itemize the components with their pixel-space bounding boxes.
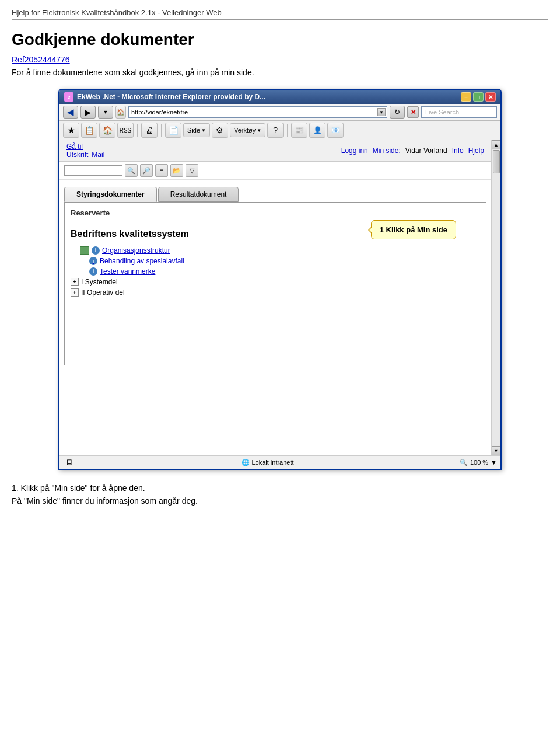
tree-item-systemdel[interactable]: + I Systemdel	[71, 277, 480, 287]
address-text: http://vidar/eknet/tre	[131, 109, 188, 116]
browser-icon: e	[64, 92, 74, 102]
info-icon-organisasjonsstruktur: i	[92, 246, 100, 255]
ie-toolbar: ★ 📋 🏠 RSS 🖨 📄 Side ▼ ⚙ Verktøy ▼ ? 📰 👤 📧	[60, 121, 501, 140]
page-title: Godkjenne dokumenter	[12, 30, 548, 49]
utskrift-link[interactable]: Utskrift	[66, 151, 88, 159]
filter-icon-btn[interactable]: ▽	[186, 164, 198, 177]
tab-styringsdokumenter[interactable]: Styringsdokumenter	[64, 187, 157, 202]
ekweb-nav-left: Gå til Utskrift Mail	[66, 142, 104, 159]
title-bar-left: e EkWeb .Net - Microsoft Internet Explor…	[64, 92, 265, 102]
scroll-up-arrow[interactable]: ▲	[492, 140, 501, 149]
hjelp-link[interactable]: Hjelp	[468, 147, 484, 155]
extra-button-3[interactable]: 📧	[327, 123, 344, 138]
scroll-track	[492, 149, 501, 446]
folder-icon-btn[interactable]: 📂	[170, 164, 183, 177]
nav-bottom-row: Utskrift Mail	[66, 151, 104, 159]
reserverte-label: Reserverte	[71, 208, 480, 217]
tree-item-vannmerke[interactable]: i Tester vannmerke	[89, 266, 480, 277]
logg-inn-link[interactable]: Logg inn	[341, 147, 368, 155]
search-placeholder: Live Search	[425, 109, 459, 116]
content-inner: Gå til Utskrift Mail Logg inn Min side: …	[60, 140, 491, 455]
ekweb-nav: Gå til Utskrift Mail Logg inn Min side: …	[60, 140, 491, 162]
stop-button[interactable]: ✕	[407, 106, 419, 118]
tree-label-vannmerke: Tester vannmerke	[100, 267, 155, 276]
user-name: Vidar Vorland	[405, 147, 447, 155]
ekweb-nav-right: Logg inn Min side: Vidar Vorland Info Hj…	[341, 147, 484, 155]
side-dropdown-icon: ▼	[201, 128, 206, 133]
home-toolbar-button[interactable]: 🏠	[99, 123, 116, 138]
tree-item-operativ[interactable]: + II Operativ del	[71, 287, 480, 298]
ref-link[interactable]: Ref2052444776	[12, 55, 548, 64]
browser-content-area: Gå til Utskrift Mail Logg inn Min side: …	[60, 140, 501, 455]
browser-window: e EkWeb .Net - Microsoft Internet Explor…	[58, 89, 502, 470]
tools-icon-button[interactable]: ⚙	[212, 123, 228, 138]
page-header: Hjelp for Elektronisk Kvalitetshåndbok 2…	[12, 6, 548, 20]
mail-link[interactable]: Mail	[92, 151, 104, 159]
favorites-center-button[interactable]: 📋	[81, 123, 97, 138]
toolbar-separator-2	[161, 124, 162, 137]
search-icon-btn[interactable]: 🔍	[125, 164, 138, 177]
tree-label-systemdel: I Systemdel	[81, 278, 118, 286]
speech-bubble: 1 Klikk på Min side	[371, 220, 456, 239]
status-zone: 🌐 Lokalt intranett	[76, 459, 460, 466]
refresh-button[interactable]: ↻	[390, 106, 405, 119]
verktoy-dropdown-icon: ▼	[257, 128, 261, 133]
tree-item-organisasjonsstruktur[interactable]: i Organisasjonsstruktur	[80, 245, 480, 256]
address-dropdown-arrow[interactable]: ▼	[377, 108, 386, 116]
scrollbar-vertical[interactable]: ▲ ▼	[491, 140, 501, 455]
expand-icon-systemdel[interactable]: +	[71, 278, 79, 286]
ga-til-link[interactable]: Gå til	[66, 142, 104, 151]
ek-search-input[interactable]	[64, 165, 123, 176]
verktoy-button[interactable]: Verktøy ▼	[230, 123, 265, 137]
forward-button[interactable]: ▶	[80, 106, 96, 119]
doc-tabs: Styringsdokumenter Resultatdokument	[64, 187, 487, 202]
tree-label-organisasjonsstruktur: Organisasjonsstruktur	[102, 246, 170, 255]
info-link[interactable]: Info	[452, 147, 464, 155]
bottom-text: 1. Klikk på "Min side" for å åpne den. P…	[12, 482, 548, 508]
status-zoom: 🔍 100 % ▼	[460, 459, 497, 466]
search-box[interactable]: Live Search	[421, 106, 497, 118]
bottom-step1: 1. Klikk på "Min side" for å åpne den.	[12, 483, 145, 493]
expand-icon-operativ[interactable]: +	[71, 288, 79, 297]
toolbar-separator-1	[137, 124, 138, 137]
help-button[interactable]: ?	[267, 123, 284, 138]
back-button[interactable]: ◀	[63, 106, 78, 119]
bottom-step2: På "Min side" finner du informasjon som …	[12, 496, 198, 506]
page-header-text: Hjelp for Elektronisk Kvalitetshåndbok 2…	[12, 8, 222, 17]
browser-title: EkWeb .Net - Microsoft Internet Explorer…	[77, 93, 265, 101]
page-button-icon[interactable]: 📄	[165, 123, 181, 138]
min-side-link[interactable]: Min side:	[373, 147, 401, 155]
title-bar-controls: – □ ✕	[461, 92, 496, 102]
info-icon-spesialavfall: i	[89, 257, 97, 265]
dropdown-button[interactable]: ▼	[98, 106, 113, 119]
side-button[interactable]: Side ▼	[183, 123, 210, 137]
tree-root: i Organisasjonsstruktur i Behandling av …	[71, 245, 480, 298]
rss-button[interactable]: RSS	[117, 123, 134, 138]
title-bar: e EkWeb .Net - Microsoft Internet Explor…	[60, 90, 501, 104]
address-bar: ◀ ▶ ▼ 🏠 http://vidar/eknet/tre ▼ ↻ ✕ Liv…	[60, 104, 501, 121]
favorites-button[interactable]: ★	[63, 123, 79, 138]
status-bar: 🖥 🌐 Lokalt intranett 🔍 100 % ▼	[60, 455, 501, 469]
address-input[interactable]: http://vidar/eknet/tre ▼	[128, 106, 387, 118]
scroll-down-arrow[interactable]: ▼	[492, 446, 501, 455]
toolbar-separator-3	[287, 124, 288, 137]
close-button[interactable]: ✕	[485, 92, 496, 102]
minimize-button[interactable]: –	[461, 92, 471, 102]
folder-icon-organisasjonsstruktur	[80, 246, 89, 255]
list-icon-btn[interactable]: ≡	[155, 164, 168, 177]
search2-icon-btn[interactable]: 🔎	[140, 164, 153, 177]
tab-resultatdokument[interactable]: Resultatdokument	[158, 187, 239, 202]
info-icon-vannmerke: i	[89, 267, 97, 276]
tree-label-spesialavfall: Behandling av spesialavfall	[100, 257, 184, 265]
scroll-thumb[interactable]	[493, 150, 500, 173]
intro-text: For å finne dokumentene som skal godkjen…	[12, 68, 548, 77]
tree-item-spesialavfall[interactable]: i Behandling av spesialavfall	[89, 256, 480, 266]
extra-button-2[interactable]: 👤	[309, 123, 326, 138]
status-icon: 🖥	[63, 457, 76, 468]
print-button[interactable]: 🖨	[141, 123, 158, 138]
zoom-dropdown[interactable]: ▼	[491, 459, 497, 466]
extra-button-1[interactable]: 📰	[291, 123, 307, 138]
ekweb-toolbar: 🔍 🔎 ≡ 📂 ▽ 1 Klikk på Min side	[60, 162, 491, 180]
maximize-button[interactable]: □	[473, 92, 484, 102]
home-button[interactable]: 🏠	[116, 106, 126, 119]
